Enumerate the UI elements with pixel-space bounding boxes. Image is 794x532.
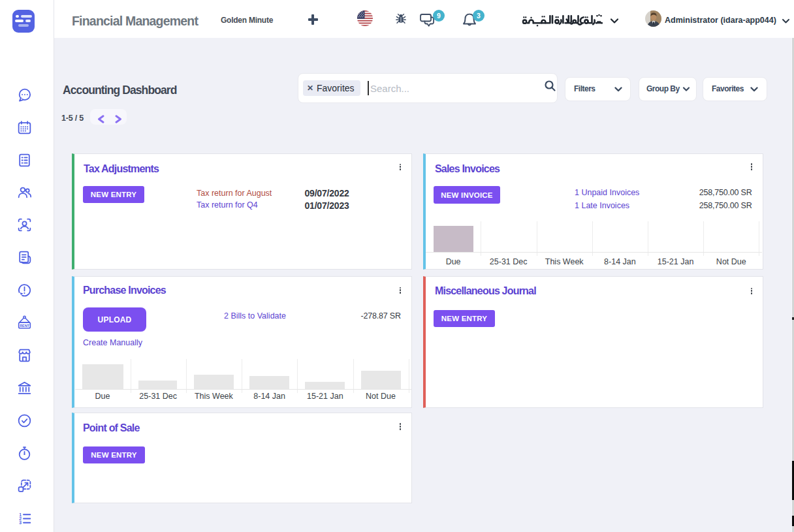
svg-text:RENT: RENT: [20, 323, 29, 327]
svg-text:3: 3: [19, 520, 22, 525]
